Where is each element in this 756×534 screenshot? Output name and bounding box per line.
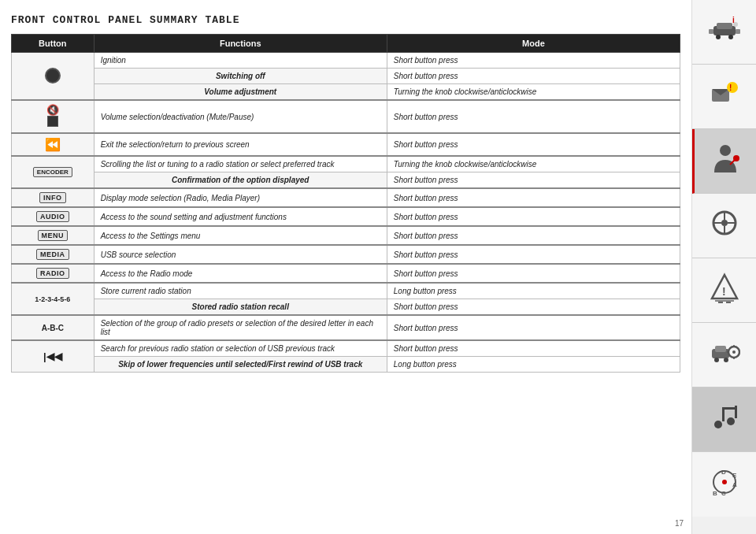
button-cell-back: ⏪ [12,133,94,156]
svg-point-35 [714,421,722,428]
svg-rect-23 [715,300,734,302]
mode-cell: Short button press [387,299,680,316]
table-row: Switching off Short button press [12,69,680,84]
table-row: INFO Display mode selection (Radio, Medi… [12,188,680,207]
function-cell: Access to the Settings menu [94,226,387,245]
nav-icon: B C E A D [709,466,740,503]
svg-rect-25 [726,302,731,303]
table-row: |◀◀ Search for previous radio station or… [12,340,680,357]
button-cell-menu: MENU [12,226,94,245]
sidebar-item-settings[interactable] [692,323,756,388]
svg-text:A: A [732,481,737,488]
sidebar-item-car-info[interactable]: i [692,0,756,65]
svg-rect-39 [722,407,735,410]
table-row: ⏪ Exit the selection/return to previous … [12,133,680,156]
car-icon: i [709,13,740,50]
mode-cell: Short button press [387,226,680,245]
sidebar-item-controls[interactable] [692,194,756,258]
table-row: ENCODER Scrolling the list or tuning to … [12,156,680,172]
function-cell: USB source selection [94,245,387,264]
function-cell: Access to the Radio mode [94,264,387,283]
svg-rect-4 [709,29,713,34]
function-cell: Search for previous radio station or sel… [94,340,387,357]
main-content: FRONT CONTROL PANEL SUMMARY TABLE Button… [0,0,691,534]
music-icon [709,401,740,438]
table-row: 🔇 Volume selection/deactivation (Mute/Pa… [12,100,680,133]
button-cell-alpha: A-B-C [12,315,94,340]
summary-table: Button Functions Mode Ignition Short but… [11,34,680,373]
gear-car-icon [709,336,740,373]
svg-text:C: C [721,490,726,497]
mode-cell: Turning the knob clockwise/anticlockwise [387,84,680,101]
function-cell: Stored radio station recall [94,299,387,316]
table-row: MENU Access to the Settings menu Short b… [12,226,680,245]
mode-cell: Short button press [387,340,680,357]
svg-point-46 [722,480,727,484]
svg-point-16 [721,220,728,226]
mode-cell: Short button press [387,172,680,189]
button-cell-prev: |◀◀ [12,340,94,373]
page-number: 17 [675,519,684,528]
button-cell-power [12,53,94,101]
function-cell: Ignition [94,53,387,69]
mode-cell: Short button press [387,100,680,133]
notification-icon: ! [709,78,740,115]
button-cell-encoder: ENCODER [12,156,94,188]
col-button: Button [12,35,94,53]
sidebar-item-navigation[interactable]: B C E A D [692,452,756,517]
table-row: AUDIO Access to the sound setting and ad… [12,207,680,226]
table-row: Ignition Short button press [12,53,680,69]
mode-cell: Short button press [387,245,680,264]
table-row: Confirmation of the option displayed Sho… [12,172,680,189]
svg-point-3 [728,35,733,39]
mode-cell: Short button press [387,315,680,340]
sidebar-item-maintenance[interactable]: ! [692,258,756,323]
svg-text:i: i [732,16,735,24]
table-row: 1-2-3-4-5-6 Store current radio station … [12,283,680,299]
mode-cell: Short button press [387,188,680,207]
table-row: Volume adjustment Turning the knob clock… [12,84,680,101]
function-cell: Volume adjustment [94,84,387,101]
sidebar-item-media[interactable] [692,388,756,452]
svg-rect-24 [718,302,723,303]
page-title: FRONT CONTROL PANEL SUMMARY TABLE [11,14,680,26]
function-cell: Exit the selection/return to previous sc… [94,133,387,156]
button-cell-media: MEDIA [12,245,94,264]
sidebar-item-person[interactable] [692,129,756,194]
svg-text:E: E [732,472,737,479]
mode-cell: Short button press [387,207,680,226]
mode-cell: Turning the knob clockwise/anticlockwise [387,156,680,172]
svg-point-36 [727,417,735,425]
button-cell-info: INFO [12,188,94,207]
sidebar-item-notifications[interactable]: ! [692,65,756,129]
mode-cell: Short button press [387,264,680,283]
table-row: Skip of lower frequencies until selected… [12,357,680,373]
svg-text:D: D [721,469,726,476]
button-cell-mute: 🔇 [12,100,94,133]
warning-car-icon: ! [709,272,740,309]
function-cell: Volume selection/deactivation (Mute/Paus… [94,100,387,133]
function-cell: Display mode selection (Radio, Media Pla… [94,188,387,207]
button-cell-radio: RADIO [12,264,94,283]
function-cell: Skip of lower frequencies until selected… [94,357,387,373]
svg-point-14 [733,155,739,161]
table-row: RADIO Access to the Radio mode Short but… [12,264,680,283]
button-cell-presets: 1-2-3-4-5-6 [12,283,94,315]
mode-cell: Short button press [387,53,680,69]
svg-rect-1 [717,23,732,29]
mode-cell: Short button press [387,133,680,156]
table-row: Stored radio station recall Short button… [12,299,680,316]
svg-rect-5 [736,29,740,34]
svg-rect-38 [735,406,737,418]
svg-text:!: ! [722,285,726,298]
table-row: MEDIA USB source selection Short button … [12,245,680,264]
svg-text:!: ! [729,83,732,92]
svg-point-28 [714,358,719,362]
function-cell: Scrolling the list or tuning to a radio … [94,156,387,172]
svg-rect-27 [715,346,726,352]
button-cell-audio: AUDIO [12,207,94,226]
table-row: A-B-C Selection of the group of radio pr… [12,315,680,340]
function-cell: Store current radio station [94,283,387,299]
svg-point-12 [720,145,731,156]
sidebar: i ! [691,0,756,534]
